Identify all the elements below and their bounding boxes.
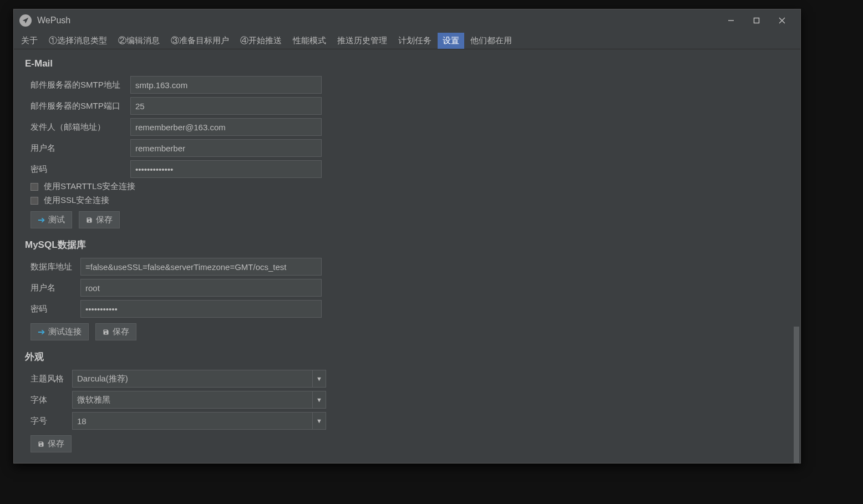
label-ssl: 使用SSL安全连接 xyxy=(44,195,109,206)
select-font-size-value: 18 xyxy=(77,416,312,426)
label-smtp-port: 邮件服务器的SMTP端口 xyxy=(31,101,130,111)
app-window: WePush 关于 ①选择消息类型 ②编辑消息 ③准备目标用户 ④开始推送 性能… xyxy=(13,9,801,464)
btn-db-test-label: 测试连接 xyxy=(48,327,82,337)
arrow-right-icon: ➔ xyxy=(38,328,45,337)
input-email-pass[interactable] xyxy=(130,160,322,178)
label-email-pass: 密码 xyxy=(31,164,130,175)
tab-start-push[interactable]: ④开始推送 xyxy=(235,33,287,49)
btn-db-save-label: 保存 xyxy=(113,327,129,337)
label-theme: 主题风格 xyxy=(31,374,72,384)
save-icon xyxy=(86,217,93,223)
btn-db-save[interactable]: 保存 xyxy=(95,323,136,340)
save-icon xyxy=(38,441,44,447)
chevron-down-icon: ▼ xyxy=(312,391,326,408)
chevron-down-icon: ▼ xyxy=(312,413,326,429)
tab-others-using[interactable]: 他们都在用 xyxy=(465,33,517,49)
arrow-right-icon: ➔ xyxy=(38,216,45,225)
app-title: WePush xyxy=(37,16,70,26)
maximize-button[interactable] xyxy=(744,9,769,32)
tab-scheduled-tasks[interactable]: 计划任务 xyxy=(393,33,436,49)
label-font: 字体 xyxy=(31,395,72,405)
label-db-pass: 密码 xyxy=(31,304,80,314)
input-smtp-addr[interactable] xyxy=(130,76,322,94)
tab-select-msg-type[interactable]: ①选择消息类型 xyxy=(44,33,112,49)
save-icon xyxy=(103,329,109,335)
select-font-size[interactable]: 18 ▼ xyxy=(72,412,326,430)
section-title-email: E-Mail xyxy=(25,58,789,69)
content-pane: E-Mail 邮件服务器的SMTP地址 邮件服务器的SMTP端口 发件人（邮箱地… xyxy=(14,49,800,463)
btn-email-test-label: 测试 xyxy=(48,215,65,225)
btn-email-test[interactable]: ➔ 测试 xyxy=(31,211,72,228)
label-sender: 发件人（邮箱地址） xyxy=(31,122,130,133)
input-email-user[interactable] xyxy=(130,139,322,157)
scrollbar-thumb[interactable] xyxy=(794,327,799,463)
tab-settings[interactable]: 设置 xyxy=(438,33,464,49)
tab-push-history[interactable]: 推送历史管理 xyxy=(332,33,392,49)
chevron-down-icon: ▼ xyxy=(312,370,326,387)
btn-db-test[interactable]: ➔ 测试连接 xyxy=(31,323,89,340)
input-db-addr[interactable] xyxy=(80,258,322,276)
label-email-user: 用户名 xyxy=(31,143,130,154)
btn-appearance-save-label: 保存 xyxy=(48,439,64,449)
btn-appearance-save[interactable]: 保存 xyxy=(31,435,72,452)
tab-prepare-target[interactable]: ③准备目标用户 xyxy=(166,33,234,49)
input-db-pass[interactable] xyxy=(80,300,322,318)
checkbox-ssl[interactable] xyxy=(31,197,38,205)
select-font[interactable]: 微软雅黑 ▼ xyxy=(72,391,326,409)
tab-edit-msg[interactable]: ②编辑消息 xyxy=(113,33,165,49)
select-theme-value: Darcula(推荐) xyxy=(77,374,312,384)
label-font-size: 字号 xyxy=(31,416,72,426)
app-icon xyxy=(19,14,32,27)
btn-email-save[interactable]: 保存 xyxy=(79,211,120,228)
section-title-mysql: MySQL数据库 xyxy=(25,238,789,251)
minimize-button[interactable] xyxy=(718,9,744,32)
checkbox-starttls[interactable] xyxy=(31,183,38,191)
label-starttls: 使用STARTTLS安全连接 xyxy=(44,181,135,192)
section-title-appearance: 外观 xyxy=(25,350,789,363)
svg-rect-1 xyxy=(754,18,759,23)
label-smtp-addr: 邮件服务器的SMTP地址 xyxy=(31,80,130,90)
close-button[interactable] xyxy=(769,9,795,32)
tab-about[interactable]: 关于 xyxy=(16,33,43,49)
select-theme[interactable]: Darcula(推荐) ▼ xyxy=(72,370,326,388)
input-db-user[interactable] xyxy=(80,279,322,297)
titlebar: WePush xyxy=(14,9,800,32)
tab-bar: 关于 ①选择消息类型 ②编辑消息 ③准备目标用户 ④开始推送 性能模式 推送历史… xyxy=(14,32,800,49)
label-db-addr: 数据库地址 xyxy=(31,262,80,272)
tab-perf-mode[interactable]: 性能模式 xyxy=(288,33,331,49)
input-smtp-port[interactable] xyxy=(130,97,322,115)
input-sender[interactable] xyxy=(130,118,322,136)
label-db-user: 用户名 xyxy=(31,283,80,293)
btn-email-save-label: 保存 xyxy=(96,215,113,225)
select-font-value: 微软雅黑 xyxy=(77,395,312,405)
